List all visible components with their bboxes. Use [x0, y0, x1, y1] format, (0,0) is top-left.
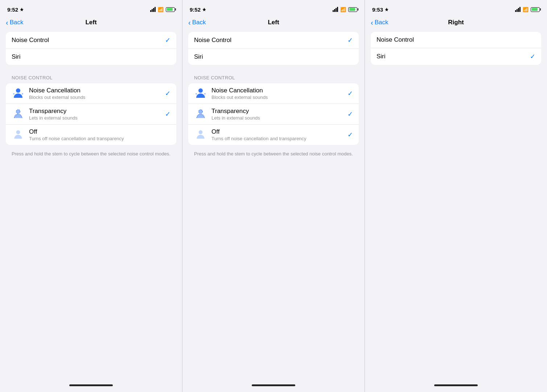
off-icon	[194, 128, 207, 141]
back-label[interactable]: Back	[375, 19, 388, 26]
svg-point-5	[16, 130, 20, 134]
nc-checkmark-icon: ✓	[347, 131, 353, 139]
home-indicator	[69, 384, 113, 386]
option-label: Noise Control	[194, 37, 231, 44]
location-icon	[202, 7, 206, 12]
option-label: Noise Control	[377, 36, 414, 43]
back-button[interactable]: ‹ Back	[371, 18, 388, 27]
content-area: Noise Control ✓ Siri NOISE CONTROL Noise…	[0, 32, 182, 377]
battery-icon	[166, 7, 175, 12]
nc-option-subtitle: Blocks out external sounds	[29, 95, 161, 100]
nc-option-text: Off Turns off noise cancellation and tra…	[211, 128, 343, 141]
home-indicator	[252, 384, 295, 386]
nc-option-title: Noise Cancellation	[211, 87, 343, 94]
back-button[interactable]: ‹ Back	[6, 18, 23, 27]
hint-text: Press and hold the stem to cycle between…	[188, 148, 359, 157]
nc-checkmark-icon: ✓	[165, 89, 170, 97]
top-option-row-1[interactable]: Siri	[188, 49, 359, 65]
wifi-icon: 📶	[158, 7, 164, 12]
chevron-left-icon: ‹	[371, 18, 373, 27]
top-options-card: Noise Control ✓ Siri	[188, 32, 359, 65]
phone-panel-panel-3: 9:53 📶 ‹ Back Right	[365, 0, 547, 392]
svg-point-11	[199, 130, 203, 134]
top-option-row-1[interactable]: Siri ✓	[371, 48, 541, 65]
wifi-icon: 📶	[523, 7, 529, 12]
status-icons: 📶	[515, 7, 540, 12]
hint-text: Press and hold the stem to cycle between…	[6, 148, 176, 157]
nc-option-title: Transparency	[29, 108, 161, 115]
noise-control-card: Noise Cancellation Blocks out external s…	[6, 83, 176, 145]
status-time: 9:52	[7, 7, 24, 13]
option-label: Siri	[12, 53, 21, 61]
noise-cancellation-icon	[12, 87, 25, 100]
nc-option-subtitle: Lets in external sounds	[211, 115, 343, 121]
status-time: 9:52	[190, 7, 206, 13]
nc-option-title: Noise Cancellation	[29, 87, 161, 94]
signal-bars	[333, 7, 338, 12]
option-label: Siri	[194, 53, 203, 61]
back-button[interactable]: ‹ Back	[188, 18, 206, 27]
nav-bar: ‹ Back Left	[0, 16, 182, 32]
nav-title: Left	[268, 19, 279, 26]
location-icon	[20, 7, 24, 12]
content-area: Noise Control Siri ✓	[365, 32, 547, 377]
nc-option-title: Off	[211, 128, 343, 135]
chevron-left-icon: ‹	[188, 18, 191, 27]
top-option-row-0[interactable]: Noise Control ✓	[6, 32, 176, 49]
checkmark-icon: ✓	[347, 36, 353, 44]
nav-title: Left	[85, 19, 96, 26]
nc-option-text: Noise Cancellation Blocks out external s…	[29, 87, 161, 100]
svg-point-6	[198, 88, 203, 93]
nc-option-row-0[interactable]: Noise Cancellation Blocks out external s…	[6, 83, 176, 104]
location-icon	[384, 7, 389, 12]
checkmark-icon: ✓	[165, 36, 170, 44]
top-options-card: Noise Control ✓ Siri	[6, 32, 176, 65]
status-time: 9:53	[372, 7, 389, 13]
nc-option-row-1[interactable]: Transparency Lets in external sounds ✓	[188, 104, 359, 125]
phone-panel-panel-2: 9:52 📶 ‹ Back Left	[182, 0, 365, 392]
status-bar: 9:53 📶	[365, 0, 547, 16]
nc-checkmark-icon: ✓	[347, 89, 353, 97]
battery-icon	[348, 7, 357, 12]
noise-control-section-header: NOISE CONTROL	[6, 68, 176, 83]
svg-rect-8	[204, 93, 206, 95]
nc-option-row-1[interactable]: Transparency Lets in external sounds ✓	[6, 104, 176, 125]
noise-control-section-header: NOISE CONTROL	[188, 68, 359, 83]
home-indicator	[434, 384, 478, 386]
nav-title: Right	[448, 19, 464, 26]
back-label[interactable]: Back	[192, 19, 206, 26]
nc-option-row-0[interactable]: Noise Cancellation Blocks out external s…	[188, 83, 359, 104]
nc-option-row-2[interactable]: Off Turns off noise cancellation and tra…	[188, 125, 359, 145]
status-icons: 📶	[333, 7, 357, 12]
nc-option-subtitle: Turns off noise cancellation and transpa…	[29, 136, 170, 141]
nc-option-subtitle: Lets in external sounds	[29, 115, 161, 121]
top-option-row-1[interactable]: Siri	[6, 49, 176, 65]
transparency-icon	[12, 108, 25, 121]
nc-option-subtitle: Blocks out external sounds	[211, 95, 343, 100]
checkmark-icon: ✓	[530, 53, 535, 61]
option-label: Siri	[377, 53, 386, 60]
nc-option-text: Transparency Lets in external sounds	[29, 108, 161, 121]
noise-cancellation-icon	[194, 87, 207, 100]
svg-point-0	[16, 88, 20, 93]
signal-bars	[515, 7, 521, 12]
svg-rect-7	[196, 93, 197, 95]
status-bar: 9:52 📶	[0, 0, 182, 16]
nc-option-title: Off	[29, 128, 170, 135]
nc-option-row-2[interactable]: Off Turns off noise cancellation and tra…	[6, 125, 176, 145]
off-icon	[12, 128, 25, 141]
nc-checkmark-icon: ✓	[347, 110, 353, 118]
nc-checkmark-icon: ✓	[165, 110, 170, 118]
transparency-icon	[194, 108, 207, 121]
chevron-left-icon: ‹	[6, 18, 8, 27]
content-area: Noise Control ✓ Siri NOISE CONTROL Noise…	[182, 32, 365, 377]
back-label[interactable]: Back	[10, 19, 24, 26]
top-option-row-0[interactable]: Noise Control	[371, 32, 541, 48]
nav-bar: ‹ Back Left	[182, 16, 365, 32]
top-option-row-0[interactable]: Noise Control ✓	[188, 32, 359, 49]
nc-option-text: Off Turns off noise cancellation and tra…	[29, 128, 170, 141]
nc-option-text: Noise Cancellation Blocks out external s…	[211, 87, 343, 100]
svg-rect-1	[13, 93, 15, 95]
noise-control-card: Noise Cancellation Blocks out external s…	[188, 83, 359, 145]
signal-bars	[150, 7, 156, 12]
